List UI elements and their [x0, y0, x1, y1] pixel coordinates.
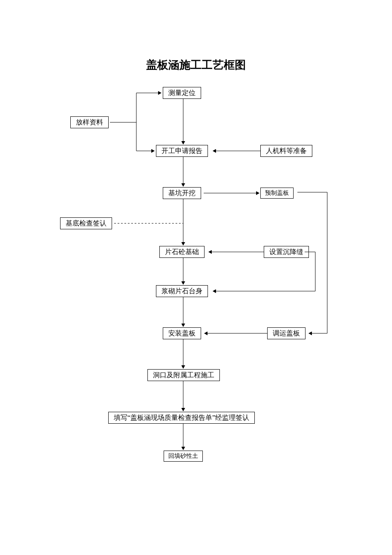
node-portal-aux: 洞口及附属工程施工	[147, 369, 220, 381]
node-backfill: 回填砂性土	[164, 451, 203, 462]
node-prefab-slab: 预制盖板	[260, 188, 294, 199]
node-start-report: 开工申请报告	[156, 145, 208, 157]
node-install-slab: 安装盖板	[163, 327, 201, 339]
node-rubble-found: 片石砼基础	[159, 246, 205, 258]
flow-edges	[0, 0, 392, 555]
node-resources: 人机料等准备	[260, 145, 312, 157]
node-settle-joint: 设置沉降缝	[264, 246, 309, 258]
node-base-check: 基底检查签认	[60, 217, 112, 229]
node-pit-excav: 基坑开挖	[163, 187, 201, 199]
node-masonry-body: 浆砌片石台身	[156, 285, 208, 297]
node-setout: 放样资料	[70, 116, 109, 128]
node-qc-form: 填写“盖板涵现场质量检查报告单”经监理签认	[108, 412, 255, 424]
node-survey: 测量定位	[163, 87, 201, 99]
node-trans-slab: 调运盖板	[267, 327, 306, 339]
page-title: 盖板涵施工工艺框图	[0, 58, 392, 72]
page: 盖板涵施工工艺框图 测量定位 放样资料 开工申请报告 人机料等准备 基坑开挖 预…	[0, 0, 392, 555]
